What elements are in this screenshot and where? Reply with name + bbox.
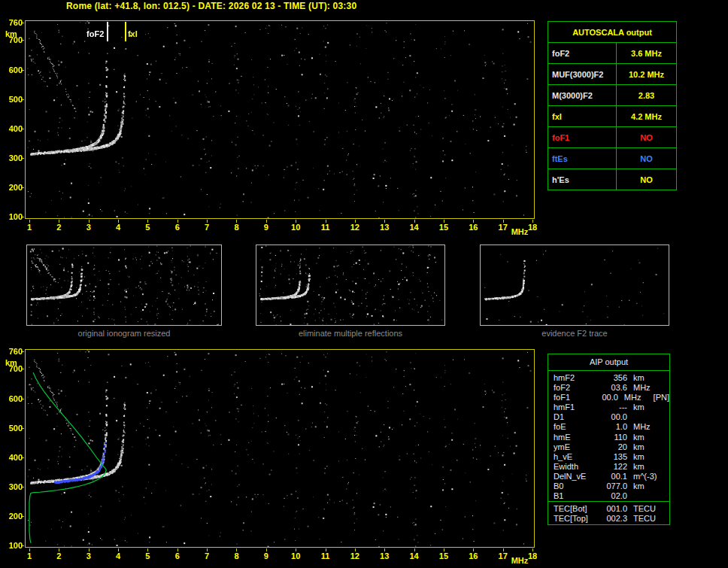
aip-param-label: foF2 bbox=[554, 383, 600, 393]
x-tick-label: 9 bbox=[258, 551, 275, 560]
autoscala-param-value: NO bbox=[617, 127, 677, 148]
aip-row: DelN_vE 00.1 m^(-3) bbox=[554, 472, 669, 481]
aip-param-label: h_vE bbox=[554, 452, 600, 462]
y-tick-label: 500 bbox=[2, 424, 23, 433]
x-tick-label: 10 bbox=[287, 223, 304, 232]
aip-param-label: Ewidth bbox=[554, 462, 600, 472]
x-tick-label: 10 bbox=[287, 551, 304, 560]
aip-param-value: 02.0 bbox=[600, 491, 627, 501]
aip-tec-unit: TECU bbox=[633, 514, 665, 524]
x-tick-label: 13 bbox=[376, 223, 393, 232]
aip-tec-rows: TEC[Bot] 001.0 TECU TEC[Top] 002.3 TECU bbox=[548, 501, 669, 525]
y-tick-label: 600 bbox=[2, 65, 23, 74]
thumbnail-no-multiples bbox=[256, 245, 445, 326]
x-tick-label: 15 bbox=[435, 551, 452, 560]
autoscala-param-label: ftEs bbox=[548, 148, 617, 169]
aip-param-value: --- bbox=[600, 402, 627, 412]
aip-param-label: foF1 bbox=[554, 393, 594, 402]
aip-param-label: hmF1 bbox=[554, 402, 600, 412]
aip-tec-label: TEC[Bot] bbox=[554, 504, 600, 514]
aip-param-unit: m^(-3) bbox=[633, 472, 665, 481]
x-tick-label: 4 bbox=[110, 223, 126, 232]
x-tick-label: 6 bbox=[169, 551, 186, 560]
fof2-marker-line bbox=[107, 22, 108, 41]
x-tick-label: 17 bbox=[495, 223, 511, 232]
x-tick-label: 15 bbox=[435, 223, 452, 232]
x-axis-unit-label: MHz bbox=[511, 227, 529, 236]
aip-param-unit bbox=[633, 491, 665, 501]
aip-param-unit bbox=[633, 412, 665, 422]
aip-row: B0 077.0 km bbox=[554, 481, 669, 491]
y-tick-label: 760 bbox=[2, 347, 23, 356]
autoscala-param-label: foF1 bbox=[548, 127, 617, 148]
aip-param-label: foE bbox=[554, 422, 600, 432]
x-tick-label: 2 bbox=[50, 551, 67, 560]
thumbnail-original-ionogram bbox=[26, 245, 222, 326]
bottom-ionogram-canvas bbox=[26, 350, 534, 547]
autoscala-param-value: 10.2 MHz bbox=[617, 64, 677, 85]
aip-param-value: 00.1 bbox=[600, 472, 627, 481]
aip-param-label: hmE bbox=[554, 433, 600, 442]
y-tick-label: 760 bbox=[2, 18, 23, 27]
station-title: Rome (lat: +41.8, lon: 012.5) - DATE: 20… bbox=[66, 1, 356, 11]
aip-row: D1 00.0 bbox=[554, 412, 669, 422]
aip-tec-value: 002.3 bbox=[600, 514, 627, 524]
top-ionogram-plot: foF2 fxI bbox=[25, 20, 535, 219]
aip-param-value: 356 bbox=[600, 373, 627, 383]
aip-tec-row: TEC[Top] 002.3 TECU bbox=[554, 514, 669, 524]
autoscala-param-label: h'Es bbox=[548, 169, 617, 190]
x-tick-label: 9 bbox=[258, 223, 275, 232]
aip-param-value: 122 bbox=[600, 462, 627, 472]
y-tick-label: 400 bbox=[2, 453, 23, 462]
aip-row: hmF1 --- km bbox=[554, 402, 669, 412]
x-tick-label: 8 bbox=[228, 551, 244, 560]
x-tick-label: 17 bbox=[495, 551, 511, 560]
autoscala-table-row: h'Es NO bbox=[548, 169, 677, 190]
x-tick-label: 8 bbox=[228, 223, 244, 232]
thumbnail-f2-trace-canvas bbox=[481, 245, 669, 325]
autoscala-param-value: 4.2 MHz bbox=[617, 106, 677, 127]
aip-row: foE 1.0 MHz bbox=[554, 422, 669, 432]
x-tick-label: 13 bbox=[376, 551, 393, 560]
aip-param-unit: km bbox=[633, 402, 665, 412]
y-tick-label: 100 bbox=[2, 212, 23, 221]
thumbnail-caption-f2-trace: evidence F2 trace bbox=[480, 329, 669, 338]
aip-param-unit: MHz bbox=[624, 393, 652, 402]
y-tick-label: 300 bbox=[2, 153, 23, 163]
x-tick-label: 14 bbox=[406, 551, 423, 560]
y-tick-label: 200 bbox=[2, 183, 23, 192]
bottom-ionogram-plot bbox=[25, 349, 535, 548]
y-axis-unit-label: km bbox=[5, 358, 17, 367]
aip-param-label: D1 bbox=[554, 412, 600, 422]
x-tick-label: 16 bbox=[465, 551, 481, 560]
aip-param-label: DelN_vE bbox=[554, 472, 600, 481]
y-tick-label: 100 bbox=[2, 541, 23, 550]
top-ionogram-canvas bbox=[26, 21, 534, 218]
thumbnail-f2-trace bbox=[480, 245, 669, 326]
thumbnail-caption-no-multiples: eliminate multiple reflections bbox=[256, 329, 445, 338]
aip-param-unit: km bbox=[633, 462, 665, 472]
y-tick-label: 200 bbox=[2, 512, 23, 521]
x-axis-unit-label: MHz bbox=[511, 556, 529, 565]
aip-row: ymE 20 km bbox=[554, 442, 669, 452]
x-tick-label: 2 bbox=[50, 223, 67, 232]
autoscala-param-value: NO bbox=[617, 169, 677, 190]
aip-panel-title: AIP output bbox=[548, 354, 669, 371]
y-tick-label: 500 bbox=[2, 95, 23, 104]
aip-param-value: 20 bbox=[600, 442, 627, 452]
x-tick-label: 5 bbox=[139, 223, 156, 232]
aip-param-unit: km bbox=[633, 433, 665, 442]
fof2-marker-label: foF2 bbox=[75, 29, 104, 38]
aip-param-label: B0 bbox=[554, 481, 600, 491]
aip-row: hmF2 356 km bbox=[554, 373, 669, 383]
aip-row: foF2 03.6 MHz bbox=[554, 383, 669, 393]
y-tick-label: 300 bbox=[2, 482, 23, 491]
autoscala-table-row: M(3000)F2 2.83 bbox=[548, 85, 677, 106]
aip-param-unit: km bbox=[633, 452, 665, 462]
aip-row: Ewidth 122 km bbox=[554, 462, 669, 472]
x-tick-label: 6 bbox=[169, 223, 186, 232]
autoscala-param-value: NO bbox=[617, 148, 677, 169]
fxi-marker-line bbox=[125, 22, 126, 41]
x-tick-label: 16 bbox=[465, 223, 481, 232]
x-tick-label: 1 bbox=[21, 223, 38, 232]
